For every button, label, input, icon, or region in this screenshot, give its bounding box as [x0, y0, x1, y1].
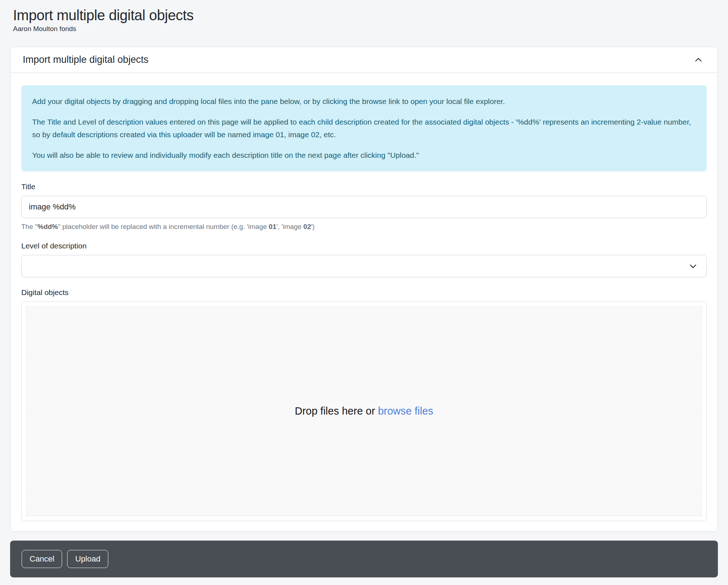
help-text-segment: ', 'image	[276, 223, 304, 230]
help-bold-01: 01	[269, 223, 276, 230]
help-text-segment: " placeholder will be replaced with a in…	[58, 223, 269, 230]
actions-bar: Cancel Upload	[10, 541, 718, 577]
help-text-segment: The "	[21, 223, 38, 230]
info-paragraph-2: The Title and Level of description value…	[32, 116, 696, 141]
browse-files-link[interactable]: browse files	[378, 405, 433, 417]
help-bold-02: 02	[304, 223, 311, 230]
page: Import multiple digital objects Aaron Mo…	[0, 0, 728, 577]
drop-files-text: Drop files here or	[295, 405, 378, 417]
page-title: Import multiple digital objects	[13, 7, 718, 23]
import-panel: Import multiple digital objects Add your…	[10, 47, 718, 532]
level-of-description-label: Level of description	[21, 242, 707, 250]
info-alert: Add your digital objects by dragging and…	[21, 85, 707, 172]
level-of-description-select[interactable]	[21, 255, 707, 277]
help-text-segment: ')	[311, 223, 315, 230]
chevron-up-icon	[694, 55, 703, 65]
page-subtitle: Aaron Moulton fonds	[13, 25, 718, 33]
upload-button[interactable]: Upload	[67, 550, 108, 568]
title-input[interactable]	[21, 196, 707, 218]
title-help-text: The "%dd%" placeholder will be replaced …	[21, 223, 707, 231]
info-paragraph-1: Add your digital objects by dragging and…	[32, 95, 696, 108]
help-bold-placeholder: %dd%	[38, 223, 58, 230]
panel-header: Import multiple digital objects	[10, 47, 718, 73]
cancel-button[interactable]: Cancel	[22, 550, 62, 568]
chevron-down-icon	[688, 261, 698, 271]
dropzone-container: Drop files here or browse files	[21, 302, 707, 521]
dropzone-message: Drop files here or browse files	[295, 405, 433, 417]
panel-body: Add your digital objects by dragging and…	[10, 73, 718, 531]
panel-collapse-button[interactable]	[692, 53, 705, 67]
title-label: Title	[21, 182, 707, 191]
digital-objects-label: Digital objects	[21, 288, 707, 297]
info-paragraph-3: You will also be able to review and indi…	[32, 149, 696, 162]
file-dropzone[interactable]: Drop files here or browse files	[26, 307, 702, 516]
panel-header-title: Import multiple digital objects	[23, 54, 148, 65]
